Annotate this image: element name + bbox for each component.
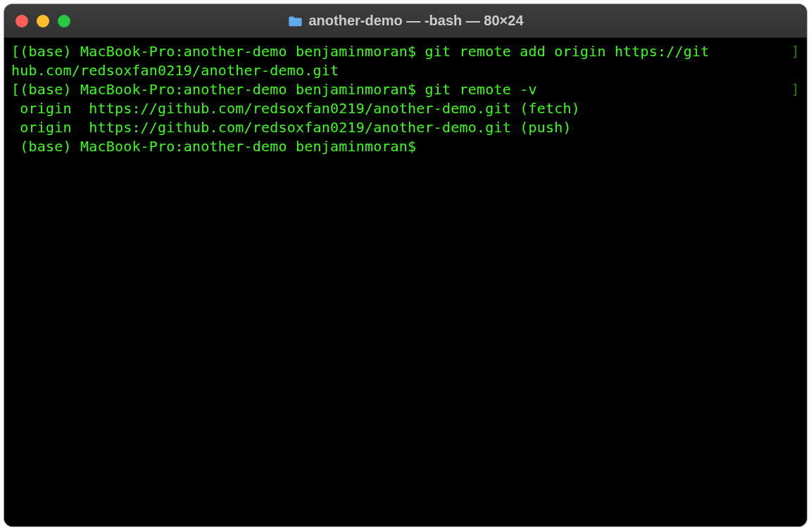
terminal-command-text: (base) MacBook-Pro:another-demo benjamin… (20, 42, 791, 61)
terminal-window: another-demo — -bash — 80×24 [ (base) Ma… (4, 4, 807, 526)
close-button[interactable] (15, 15, 28, 27)
minimize-button[interactable] (37, 15, 49, 27)
terminal-line-1-wrap: hub.com/redsoxfan0219/another-demo.git (11, 61, 800, 80)
folder-icon (287, 13, 303, 29)
terminal-line-5: (base) MacBook-Pro:another-demo benjamin… (11, 137, 800, 156)
terminal-line-2: [ (base) MacBook-Pro:another-demo benjam… (11, 80, 800, 99)
titlebar[interactable]: another-demo — -bash — 80×24 (4, 4, 807, 38)
prompt-bracket-close: ] (791, 80, 800, 99)
terminal-line-3: origin https://github.com/redsoxfan0219/… (11, 99, 800, 118)
maximize-button[interactable] (58, 15, 70, 27)
terminal-command-text: (base) MacBook-Pro:another-demo benjamin… (20, 80, 791, 99)
terminal-content[interactable]: [ (base) MacBook-Pro:another-demo benjam… (4, 38, 807, 526)
prompt-bracket-open: [ (11, 80, 20, 99)
prompt-bracket-close: ] (791, 42, 800, 61)
window-title-area: another-demo — -bash — 80×24 (287, 13, 523, 29)
traffic-lights (15, 15, 70, 27)
prompt-bracket-open: [ (11, 42, 20, 61)
terminal-line-4: origin https://github.com/redsoxfan0219/… (11, 118, 800, 137)
window-title: another-demo — -bash — 80×24 (308, 13, 523, 29)
terminal-line-1: [ (base) MacBook-Pro:another-demo benjam… (11, 42, 800, 61)
